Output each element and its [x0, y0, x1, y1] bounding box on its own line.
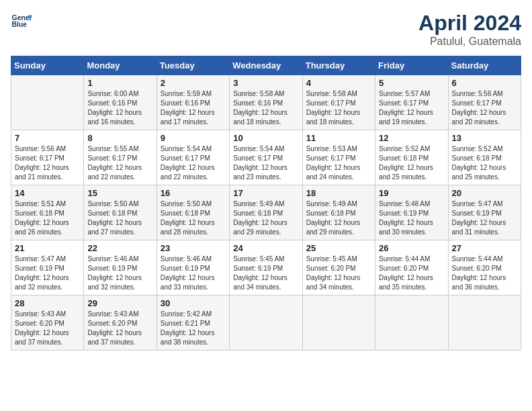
day-info: Sunrise: 5:43 AM Sunset: 6:20 PM Dayligh…: [87, 310, 152, 347]
day-info: Sunrise: 5:56 AM Sunset: 6:17 PM Dayligh…: [15, 144, 80, 182]
calendar-cell: 28Sunrise: 5:43 AM Sunset: 6:20 PM Dayli…: [11, 295, 84, 351]
logo: General Blue: [11, 11, 32, 32]
day-info: Sunrise: 5:56 AM Sunset: 6:17 PM Dayligh…: [452, 89, 517, 127]
day-of-week-header: Thursday: [302, 56, 375, 75]
calendar-cell: 8Sunrise: 5:55 AM Sunset: 6:17 PM Daylig…: [84, 130, 157, 185]
day-number: 9: [161, 133, 226, 143]
calendar-cell: 12Sunrise: 5:52 AM Sunset: 6:18 PM Dayli…: [375, 130, 448, 185]
day-number: 15: [87, 188, 152, 198]
day-info: Sunrise: 5:45 AM Sunset: 6:20 PM Dayligh…: [306, 255, 371, 292]
svg-text:Blue: Blue: [12, 21, 28, 28]
day-info: Sunrise: 5:47 AM Sunset: 6:19 PM Dayligh…: [15, 255, 80, 292]
day-number: 30: [161, 298, 226, 308]
logo-icon: General Blue: [11, 11, 32, 32]
calendar-cell: 18Sunrise: 5:49 AM Sunset: 6:18 PM Dayli…: [302, 185, 375, 240]
calendar-cell: 3Sunrise: 5:58 AM Sunset: 6:16 PM Daylig…: [230, 75, 302, 130]
day-of-week-header: Monday: [84, 56, 157, 75]
day-info: Sunrise: 5:49 AM Sunset: 6:18 PM Dayligh…: [233, 199, 298, 237]
day-number: 27: [452, 243, 517, 253]
calendar-cell: 14Sunrise: 5:51 AM Sunset: 6:18 PM Dayli…: [11, 185, 84, 240]
calendar-week-row: 7Sunrise: 5:56 AM Sunset: 6:17 PM Daylig…: [11, 130, 521, 185]
day-info: Sunrise: 5:44 AM Sunset: 6:20 PM Dayligh…: [452, 255, 517, 292]
day-info: Sunrise: 5:54 AM Sunset: 6:17 PM Dayligh…: [233, 144, 298, 182]
day-of-week-header: Friday: [375, 56, 448, 75]
calendar-cell: 11Sunrise: 5:53 AM Sunset: 6:17 PM Dayli…: [302, 130, 375, 185]
day-info: Sunrise: 5:54 AM Sunset: 6:17 PM Dayligh…: [161, 144, 226, 182]
day-number: 26: [379, 243, 444, 253]
page-header: General Blue April 2024 Patulul, Guatema…: [11, 11, 521, 48]
day-info: Sunrise: 5:50 AM Sunset: 6:18 PM Dayligh…: [161, 199, 226, 237]
day-info: Sunrise: 5:47 AM Sunset: 6:19 PM Dayligh…: [452, 199, 517, 237]
calendar-cell: 16Sunrise: 5:50 AM Sunset: 6:18 PM Dayli…: [157, 185, 229, 240]
day-info: Sunrise: 5:52 AM Sunset: 6:18 PM Dayligh…: [452, 144, 517, 182]
day-number: 3: [233, 78, 298, 88]
day-number: 10: [233, 133, 298, 143]
day-info: Sunrise: 5:43 AM Sunset: 6:20 PM Dayligh…: [15, 310, 80, 347]
calendar-cell: 24Sunrise: 5:45 AM Sunset: 6:19 PM Dayli…: [230, 240, 302, 295]
day-number: 24: [233, 243, 298, 253]
calendar-cell: 27Sunrise: 5:44 AM Sunset: 6:20 PM Dayli…: [448, 240, 521, 295]
calendar-cell: 2Sunrise: 5:59 AM Sunset: 6:16 PM Daylig…: [157, 75, 229, 130]
day-number: 23: [161, 243, 226, 253]
day-info: Sunrise: 5:59 AM Sunset: 6:16 PM Dayligh…: [161, 89, 226, 127]
calendar-cell: [302, 295, 375, 351]
calendar-cell: 22Sunrise: 5:46 AM Sunset: 6:19 PM Dayli…: [84, 240, 157, 295]
month-title: April 2024: [418, 11, 521, 36]
day-info: Sunrise: 5:50 AM Sunset: 6:18 PM Dayligh…: [87, 199, 152, 237]
day-of-week-header: Sunday: [11, 56, 84, 75]
day-of-week-header: Wednesday: [230, 56, 302, 75]
calendar-cell: [448, 295, 521, 351]
calendar-cell: 26Sunrise: 5:44 AM Sunset: 6:20 PM Dayli…: [375, 240, 448, 295]
day-number: 2: [161, 78, 226, 88]
calendar-cell: [375, 295, 448, 351]
calendar-cell: 15Sunrise: 5:50 AM Sunset: 6:18 PM Dayli…: [84, 185, 157, 240]
day-number: 21: [15, 243, 80, 253]
day-info: Sunrise: 5:58 AM Sunset: 6:17 PM Dayligh…: [306, 89, 371, 127]
calendar-cell: [11, 75, 84, 130]
calendar-cell: 5Sunrise: 5:57 AM Sunset: 6:17 PM Daylig…: [375, 75, 448, 130]
title-block: April 2024 Patulul, Guatemala: [418, 11, 521, 48]
day-number: 1: [87, 78, 152, 88]
day-number: 7: [15, 133, 80, 143]
day-number: 29: [87, 298, 152, 308]
day-number: 18: [306, 188, 371, 198]
day-number: 16: [161, 188, 226, 198]
calendar-table: SundayMondayTuesdayWednesdayThursdayFrid…: [11, 56, 521, 351]
day-number: 20: [452, 188, 517, 198]
calendar-cell: 30Sunrise: 5:42 AM Sunset: 6:21 PM Dayli…: [157, 295, 229, 351]
day-info: Sunrise: 5:46 AM Sunset: 6:19 PM Dayligh…: [161, 255, 226, 292]
day-number: 8: [87, 133, 152, 143]
day-of-week-header: Tuesday: [157, 56, 229, 75]
calendar-cell: 20Sunrise: 5:47 AM Sunset: 6:19 PM Dayli…: [448, 185, 521, 240]
calendar-cell: 10Sunrise: 5:54 AM Sunset: 6:17 PM Dayli…: [230, 130, 302, 185]
day-of-week-header: Saturday: [448, 56, 521, 75]
calendar-week-row: 14Sunrise: 5:51 AM Sunset: 6:18 PM Dayli…: [11, 185, 521, 240]
day-info: Sunrise: 5:57 AM Sunset: 6:17 PM Dayligh…: [379, 89, 444, 127]
day-info: Sunrise: 5:42 AM Sunset: 6:21 PM Dayligh…: [161, 310, 226, 347]
day-number: 6: [452, 78, 517, 88]
location-title: Patulul, Guatemala: [418, 36, 521, 48]
calendar-cell: 4Sunrise: 5:58 AM Sunset: 6:17 PM Daylig…: [302, 75, 375, 130]
day-info: Sunrise: 5:48 AM Sunset: 6:19 PM Dayligh…: [379, 199, 444, 237]
day-info: Sunrise: 5:58 AM Sunset: 6:16 PM Dayligh…: [233, 89, 298, 127]
day-info: Sunrise: 6:00 AM Sunset: 6:16 PM Dayligh…: [87, 89, 152, 127]
day-number: 19: [379, 188, 444, 198]
day-number: 13: [452, 133, 517, 143]
day-number: 12: [379, 133, 444, 143]
day-info: Sunrise: 5:49 AM Sunset: 6:18 PM Dayligh…: [306, 199, 371, 237]
day-number: 5: [379, 78, 444, 88]
calendar-cell: 17Sunrise: 5:49 AM Sunset: 6:18 PM Dayli…: [230, 185, 302, 240]
day-number: 17: [233, 188, 298, 198]
calendar-cell: 7Sunrise: 5:56 AM Sunset: 6:17 PM Daylig…: [11, 130, 84, 185]
calendar-header-row: SundayMondayTuesdayWednesdayThursdayFrid…: [11, 56, 521, 75]
day-number: 11: [306, 133, 371, 143]
calendar-cell: 6Sunrise: 5:56 AM Sunset: 6:17 PM Daylig…: [448, 75, 521, 130]
day-info: Sunrise: 5:53 AM Sunset: 6:17 PM Dayligh…: [306, 144, 371, 182]
calendar-cell: 1Sunrise: 6:00 AM Sunset: 6:16 PM Daylig…: [84, 75, 157, 130]
day-number: 22: [87, 243, 152, 253]
day-info: Sunrise: 5:45 AM Sunset: 6:19 PM Dayligh…: [233, 255, 298, 292]
day-info: Sunrise: 5:51 AM Sunset: 6:18 PM Dayligh…: [15, 199, 80, 237]
calendar-body: 1Sunrise: 6:00 AM Sunset: 6:16 PM Daylig…: [11, 75, 521, 351]
day-info: Sunrise: 5:55 AM Sunset: 6:17 PM Dayligh…: [87, 144, 152, 182]
calendar-cell: 29Sunrise: 5:43 AM Sunset: 6:20 PM Dayli…: [84, 295, 157, 351]
